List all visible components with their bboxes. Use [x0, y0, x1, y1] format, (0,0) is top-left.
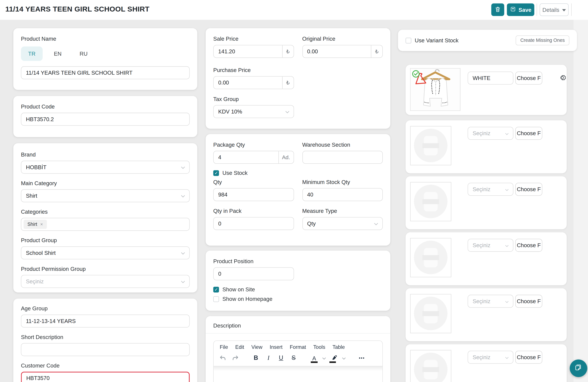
- product-name-input[interactable]: 11/14 YEARS TEEN GIRL SCHOOL SHIRT: [21, 66, 190, 79]
- variant-color-select[interactable]: Seçiniz: [468, 295, 513, 308]
- gear-icon[interactable]: [557, 73, 567, 83]
- variant-select-placeholder: Seçiniz: [473, 186, 490, 192]
- details-dropdown-button[interactable]: Details: [540, 3, 569, 16]
- brand-label: Brand: [21, 151, 190, 158]
- qty-input[interactable]: 984: [213, 188, 294, 201]
- show-on-site-label: Show on Site: [222, 286, 255, 293]
- pricing-card: Sale Price 141.20 ₺ Original Price 0.00 …: [206, 28, 390, 129]
- menu-insert[interactable]: Insert: [270, 344, 282, 350]
- tab-language-tr[interactable]: TR: [21, 46, 43, 61]
- details-button-label: Details: [543, 7, 559, 13]
- variant-color-select[interactable]: Seçiniz: [468, 239, 513, 252]
- variant-image-placeholder[interactable]: [410, 350, 451, 382]
- brand-value: HOBBİT: [26, 164, 46, 170]
- qty-in-pack-input[interactable]: 0: [213, 217, 294, 230]
- choose-file-button[interactable]: Choose F: [515, 239, 542, 252]
- product-code-input[interactable]: HBT3570.2: [21, 113, 190, 126]
- choose-file-button[interactable]: Choose F: [515, 127, 542, 140]
- permission-group-select[interactable]: Seçiniz: [21, 275, 190, 288]
- variant-image-placeholder[interactable]: [410, 238, 451, 277]
- sale-price-group: 141.20 ₺: [213, 45, 294, 58]
- variant-row: Seçiniz Choose F: [406, 176, 567, 229]
- bold-icon[interactable]: B: [251, 353, 260, 363]
- choose-file-button[interactable]: Choose F: [515, 295, 542, 308]
- undo-icon[interactable]: [218, 353, 227, 363]
- more-options-icon[interactable]: •••: [357, 353, 366, 363]
- description-label: Description: [206, 316, 390, 334]
- warehouse-section-input[interactable]: [302, 151, 383, 164]
- product-position-input[interactable]: 0: [213, 267, 294, 280]
- chevron-down-icon[interactable]: [322, 355, 326, 361]
- variant-select-placeholder: Seçiniz: [473, 354, 490, 360]
- chip-remove-icon[interactable]: ×: [40, 222, 43, 227]
- measure-type-select[interactable]: Qty: [302, 217, 383, 230]
- menu-edit[interactable]: Edit: [235, 344, 244, 350]
- language-tabs: TR EN RU: [21, 46, 190, 61]
- currency-addon: ₺: [371, 45, 382, 58]
- chevron-down-icon[interactable]: [342, 355, 346, 361]
- page-title: 11/14 YEARS TEEN GIRL SCHOOL SHIRT: [5, 5, 149, 13]
- min-stock-qty-label: Minimum Stock Qty: [302, 179, 383, 185]
- variant-color-select[interactable]: Seçiniz: [468, 127, 513, 140]
- variant-image-placeholder[interactable]: [410, 294, 451, 333]
- show-on-site-checkbox[interactable]: [213, 287, 219, 292]
- age-group-input[interactable]: 11-12-13-14 YEARS: [21, 315, 190, 327]
- categories-tag-input[interactable]: Shirt ×: [21, 218, 190, 231]
- measure-type-value: Qty: [307, 220, 316, 227]
- variant-image-placeholder[interactable]: [410, 182, 451, 221]
- product-group-select[interactable]: School Shirt: [21, 246, 190, 259]
- strikethrough-icon[interactable]: S: [289, 353, 298, 363]
- purchase-price-input[interactable]: 0.00: [214, 77, 282, 89]
- sale-price-input[interactable]: 141.20: [214, 45, 282, 58]
- tab-language-ru[interactable]: RU: [73, 46, 94, 61]
- tax-group-select[interactable]: KDV 10%: [213, 105, 294, 118]
- qty-in-pack-label: Qty in Pack: [213, 208, 294, 214]
- min-stock-qty-input[interactable]: 40: [302, 188, 383, 201]
- main-category-select[interactable]: Shirt: [21, 189, 190, 202]
- show-on-homepage-checkbox[interactable]: [213, 296, 219, 302]
- brand-select[interactable]: HOBBİT: [21, 161, 190, 174]
- redo-icon[interactable]: [231, 353, 240, 363]
- chevron-down-icon: [374, 220, 378, 227]
- currency-addon: ₺: [282, 45, 294, 58]
- choose-file-button[interactable]: Choose F: [515, 72, 542, 85]
- variant-row: Seçiniz Choose F: [406, 288, 567, 341]
- product-name-value: 11/14 YEARS TEEN GIRL SCHOOL SHIRT: [26, 70, 132, 76]
- variant-color-select[interactable]: Seçiniz: [468, 351, 513, 364]
- unit-addon: Ad.: [278, 151, 293, 163]
- editor-content-area[interactable]: [214, 366, 382, 382]
- variant-color-select[interactable]: Seçiniz: [468, 183, 513, 196]
- variant-color-input[interactable]: WHITE: [468, 72, 513, 85]
- use-stock-checkbox[interactable]: [213, 170, 219, 176]
- variant-color-value: WHITE: [473, 75, 490, 81]
- menu-tools[interactable]: Tools: [313, 344, 325, 350]
- qty-label: Qty: [213, 179, 294, 185]
- save-button[interactable]: Save: [507, 3, 534, 16]
- use-variant-stock-checkbox[interactable]: [406, 38, 411, 43]
- notes-floating-button[interactable]: [570, 360, 587, 377]
- highlight-color-icon[interactable]: [330, 353, 339, 363]
- delete-button[interactable]: [491, 3, 504, 16]
- qty-value: 984: [218, 191, 227, 198]
- menu-file[interactable]: File: [220, 344, 228, 350]
- customer-code-input[interactable]: HBT3570: [21, 372, 190, 382]
- variant-image-placeholder[interactable]: [410, 126, 451, 165]
- variant-image-white-shirt[interactable]: [410, 68, 461, 111]
- short-description-label: Short Description: [21, 334, 190, 340]
- tab-language-en[interactable]: EN: [47, 46, 68, 61]
- menu-view[interactable]: View: [251, 344, 262, 350]
- short-description-input[interactable]: [21, 343, 190, 356]
- underline-icon[interactable]: U: [276, 353, 286, 363]
- package-qty-input[interactable]: 4: [214, 151, 278, 163]
- italic-icon[interactable]: I: [264, 353, 273, 363]
- choose-file-button[interactable]: Choose F: [515, 183, 542, 196]
- use-variant-stock-label: Use Variant Stock: [415, 37, 459, 43]
- save-icon: [510, 6, 516, 13]
- currency-addon: ₺: [282, 77, 294, 89]
- text-color-icon[interactable]: A: [310, 353, 319, 363]
- create-missing-ones-button[interactable]: Create Missing Ones: [516, 36, 569, 45]
- original-price-input[interactable]: 0.00: [302, 45, 371, 58]
- menu-table[interactable]: Table: [333, 344, 345, 350]
- menu-format[interactable]: Format: [290, 344, 306, 350]
- choose-file-button[interactable]: Choose F: [515, 351, 542, 364]
